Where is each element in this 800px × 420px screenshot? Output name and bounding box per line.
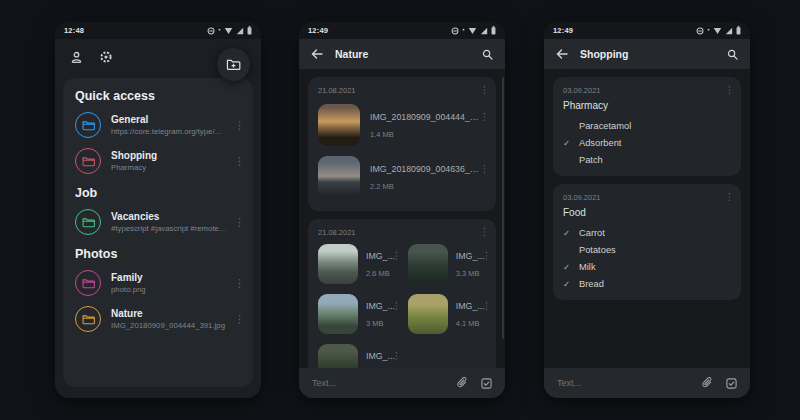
grid-file-item[interactable]: IMG_... 4.3 MB — [318, 341, 398, 368]
photo-thumbnail[interactable] — [318, 104, 360, 146]
photo-thumbnail[interactable] — [408, 294, 448, 334]
item-menu-icon[interactable] — [395, 301, 398, 311]
attachment-icon[interactable] — [457, 377, 468, 389]
files-screen: 12:48 Quick access General https:/ — [55, 22, 261, 398]
checklist-item[interactable]: Paracetamol — [563, 117, 731, 134]
folder-subtitle: https://core.telegram.org/type/WebP... — [111, 127, 228, 136]
status-icons — [207, 26, 252, 35]
file-list-scroll-area[interactable]: 21.08.2021 IMG_20180909_004444_39... 1.4… — [299, 69, 505, 368]
file-row[interactable]: IMG_20180909_004636_57... 2.2 MB — [318, 151, 486, 203]
app-bar: Shopping — [544, 39, 750, 69]
grid-file-item[interactable]: IMG_... 2.6 MB — [318, 241, 398, 287]
select-checkbox-icon[interactable] — [726, 378, 737, 389]
photo-thumbnail[interactable] — [318, 156, 360, 198]
vibrate-icon — [207, 27, 215, 35]
date-row: 03.09.2021 — [563, 85, 731, 95]
text-input[interactable] — [557, 378, 689, 388]
photo-thumbnail[interactable] — [318, 244, 358, 284]
settings-gear-icon[interactable] — [99, 50, 113, 64]
folder-icon — [75, 148, 101, 174]
item-menu-icon[interactable] — [483, 112, 486, 122]
checklist-item[interactable]: Patch — [563, 151, 731, 168]
checklist-item[interactable]: Potatoes — [563, 241, 731, 258]
battery-icon — [736, 26, 741, 35]
note-title: Food — [563, 207, 731, 218]
search-icon[interactable] — [727, 49, 738, 60]
section-title-job: Job — [75, 186, 241, 200]
grid-file-item[interactable]: IMG_... 4.1 MB — [408, 291, 488, 337]
item-menu-icon[interactable] — [238, 278, 241, 289]
status-bar: 12:48 — [55, 22, 261, 39]
date-label: 03.09.2021 — [563, 193, 601, 202]
note-card-food: 03.09.2021 Food ✓ Carrot Potatoes ✓ Milk… — [553, 184, 741, 300]
file-size: 1.4 MB — [370, 130, 486, 139]
checklist-item[interactable]: ✓ Carrot — [563, 224, 731, 241]
item-menu-icon[interactable] — [238, 217, 241, 228]
item-menu-icon[interactable] — [238, 156, 241, 167]
file-texts: IMG_20180909_004636_57... 2.2 MB — [370, 164, 486, 191]
file-name: IMG_... — [366, 351, 395, 361]
folder-title: Shopping — [111, 150, 228, 161]
grid-file-item[interactable]: IMG_... 3.3 MB — [408, 241, 488, 287]
new-folder-fab[interactable] — [217, 48, 250, 81]
profile-icon[interactable] — [70, 51, 83, 64]
search-icon[interactable] — [482, 49, 493, 60]
alarm-dot-icon — [218, 27, 221, 35]
file-name: IMG_... — [366, 301, 395, 311]
item-menu-icon[interactable] — [395, 251, 398, 261]
checklist-item[interactable]: ✓ Adsorbent — [563, 134, 731, 151]
notes-scroll-area[interactable]: 03.09.2021 Pharmacy Paracetamol ✓ Adsorb… — [544, 69, 750, 368]
back-icon[interactable] — [311, 48, 323, 60]
file-size: 2.2 MB — [370, 182, 486, 191]
item-menu-icon[interactable] — [238, 120, 241, 131]
card-menu-icon[interactable] — [728, 85, 731, 95]
check-icon[interactable]: ✓ — [563, 279, 579, 289]
page-title: Shopping — [580, 48, 715, 60]
folder-item-family[interactable]: Family photo.png — [75, 265, 241, 301]
folder-item-vacancies[interactable]: Vacancies #typescript #javascript #remot… — [75, 204, 241, 240]
select-checkbox-icon[interactable] — [481, 378, 492, 389]
checklist-label: Milk — [579, 262, 596, 272]
checklist-label: Patch — [579, 155, 603, 165]
card-menu-icon[interactable] — [483, 227, 486, 237]
folder-item-nature[interactable]: Nature IMG_20180909_004444_391.jpg — [75, 301, 241, 337]
file-name: IMG_... — [366, 251, 395, 261]
photo-thumbnail[interactable] — [318, 344, 358, 368]
file-name: IMG_20180909_004444_39... — [370, 112, 483, 122]
date-label: 21.08.2021 — [318, 228, 356, 237]
folder-icon — [75, 306, 101, 332]
folder-item-texts: General https://core.telegram.org/type/W… — [111, 114, 228, 136]
item-menu-icon[interactable] — [238, 314, 241, 325]
folder-item-general[interactable]: General https://core.telegram.org/type/W… — [75, 107, 241, 143]
card-menu-icon[interactable] — [728, 192, 731, 202]
section-title-quick-access: Quick access — [75, 89, 241, 103]
item-menu-icon[interactable] — [395, 351, 398, 361]
alarm-dot-icon — [462, 27, 465, 35]
attachment-icon[interactable] — [702, 377, 713, 389]
folder-item-texts: Vacancies #typescript #javascript #remot… — [111, 211, 228, 233]
file-row[interactable]: IMG_20180909_004444_39... 1.4 MB — [318, 99, 486, 151]
check-icon[interactable]: ✓ — [563, 262, 579, 272]
text-input[interactable] — [312, 378, 444, 388]
folder-item-shopping[interactable]: Shopping Pharmacy — [75, 143, 241, 179]
file-texts: IMG_20180909_004444_39... 1.4 MB — [370, 112, 486, 139]
checklist-item[interactable]: ✓ Milk — [563, 258, 731, 275]
photo-thumbnail[interactable] — [408, 244, 448, 284]
file-name: IMG_... — [456, 301, 485, 311]
grid-file-item[interactable]: IMG_... 3 MB — [318, 291, 398, 337]
battery-icon — [247, 26, 252, 35]
file-size: 4.1 MB — [456, 319, 488, 328]
status-bar: 12:49 — [299, 22, 505, 39]
item-menu-icon[interactable] — [485, 301, 488, 311]
checklist-item[interactable]: ✓ Bread — [563, 275, 731, 292]
scrollbar[interactable] — [502, 77, 504, 339]
item-menu-icon[interactable] — [483, 164, 486, 174]
photo-thumbnail[interactable] — [318, 294, 358, 334]
check-icon[interactable]: ✓ — [563, 138, 579, 148]
shopping-screen: 12:49 Shopping 03.09.2021 Pharmacy Pa — [544, 22, 750, 398]
back-icon[interactable] — [556, 48, 568, 60]
signal-icon — [725, 27, 733, 35]
item-menu-icon[interactable] — [485, 251, 488, 261]
check-icon[interactable]: ✓ — [563, 228, 579, 238]
card-menu-icon[interactable] — [483, 85, 486, 95]
